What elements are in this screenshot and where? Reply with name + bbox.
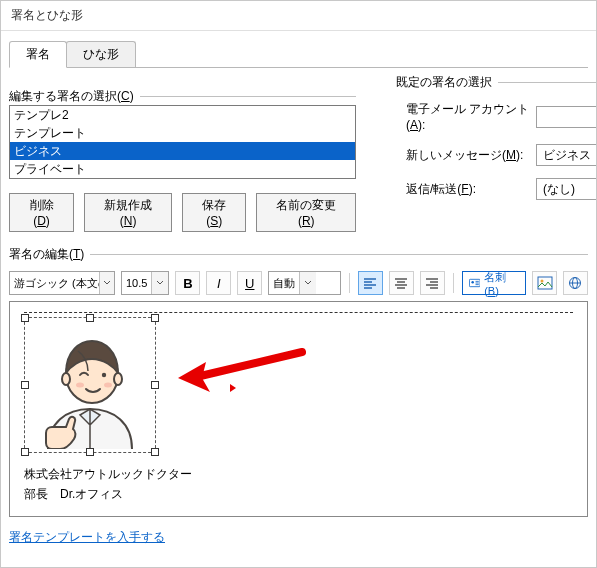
list-item[interactable]: ビジネス <box>10 142 355 160</box>
default-signature-label: 既定の署名の選択 <box>396 74 492 91</box>
tab-stationery[interactable]: ひな形 <box>66 41 136 67</box>
insert-link-button[interactable] <box>563 271 588 295</box>
replies-select[interactable]: (なし) <box>536 178 597 200</box>
insert-image-button[interactable] <box>532 271 557 295</box>
image-icon <box>537 276 553 290</box>
signatures-dialog: 署名とひな形 署名 ひな形 編集する署名の選択(C) テンプレ2 テンプレート … <box>0 0 597 568</box>
save-button[interactable]: 保存(S) <box>182 193 246 232</box>
signature-text[interactable]: 株式会社アウトルックドクター 部長 Dr.オフィス <box>24 464 573 504</box>
dialog-body: 署名 ひな形 編集する署名の選択(C) テンプレ2 テンプレート ビジネス プラ… <box>1 31 596 562</box>
email-account-label: 電子メール アカウント(A): <box>406 101 536 132</box>
list-item[interactable]: テンプレート <box>10 124 355 142</box>
align-left-icon <box>363 277 377 289</box>
chevron-down-icon <box>103 279 111 287</box>
align-center-icon <box>394 277 408 289</box>
format-toolbar: 游ゴシック (本文の 10.5 B I U 自動 <box>9 271 588 295</box>
delete-button[interactable]: 削除(D) <box>9 193 74 232</box>
svg-point-12 <box>104 383 112 388</box>
svg-point-8 <box>62 373 70 385</box>
get-templates-link[interactable]: 署名テンプレートを入手する <box>9 529 165 546</box>
link-icon <box>567 276 583 290</box>
tab-signatures[interactable]: 署名 <box>9 41 67 68</box>
font-family-select[interactable]: 游ゴシック (本文の <box>9 271 115 295</box>
rename-button[interactable]: 名前の変更(R) <box>256 193 356 232</box>
svg-point-10 <box>102 373 106 377</box>
font-size-select[interactable]: 10.5 <box>121 271 169 295</box>
new-messages-label: 新しいメッセージ(M): <box>406 147 536 164</box>
svg-point-9 <box>114 373 122 385</box>
window-title: 署名とひな形 <box>1 1 596 31</box>
chevron-down-icon <box>304 279 312 287</box>
default-signature-panel: 既定の署名の選択 電子メール アカウント(A): 新しいメッセージ(M): ビジ… <box>396 74 597 212</box>
new-messages-select[interactable]: ビジネス <box>536 144 597 166</box>
replies-label: 返信/転送(F): <box>406 181 536 198</box>
new-button[interactable]: 新規作成(N) <box>84 193 172 232</box>
svg-point-3 <box>540 280 543 283</box>
italic-button[interactable]: I <box>206 271 231 295</box>
align-right-icon <box>425 277 439 289</box>
annotation-arrow <box>172 342 312 412</box>
align-right-button[interactable] <box>420 271 445 295</box>
signature-list-panel: 編集する署名の選択(C) テンプレ2 テンプレート ビジネス プライベート 削除… <box>9 74 356 232</box>
underline-button[interactable]: U <box>237 271 262 295</box>
separator-line <box>24 312 573 313</box>
list-item[interactable]: プライベート <box>10 160 355 178</box>
chevron-down-icon <box>156 279 164 287</box>
align-left-button[interactable] <box>358 271 383 295</box>
svg-point-1 <box>471 281 473 283</box>
avatar-image <box>28 321 152 449</box>
edit-signature-label: 署名の編集(T) <box>9 246 84 263</box>
bold-button[interactable]: B <box>175 271 200 295</box>
list-item[interactable]: テンプレ2 <box>10 106 355 124</box>
vcard-icon <box>469 277 480 289</box>
svg-point-11 <box>76 383 84 388</box>
email-account-select[interactable] <box>536 106 597 128</box>
font-color-select[interactable]: 自動 <box>268 271 341 295</box>
select-signature-label: 編集する署名の選択(C) <box>9 88 134 105</box>
signature-editor[interactable]: 株式会社アウトルックドクター 部長 Dr.オフィス <box>9 301 588 517</box>
inserted-image[interactable] <box>24 317 156 453</box>
tab-strip: 署名 ひな形 <box>9 41 588 68</box>
signature-listbox[interactable]: テンプレ2 テンプレート ビジネス プライベート <box>9 105 356 179</box>
align-center-button[interactable] <box>389 271 414 295</box>
annotation-caret <box>230 384 236 392</box>
svg-rect-2 <box>538 277 552 289</box>
business-card-button[interactable]: 名刺(B) <box>462 271 526 295</box>
